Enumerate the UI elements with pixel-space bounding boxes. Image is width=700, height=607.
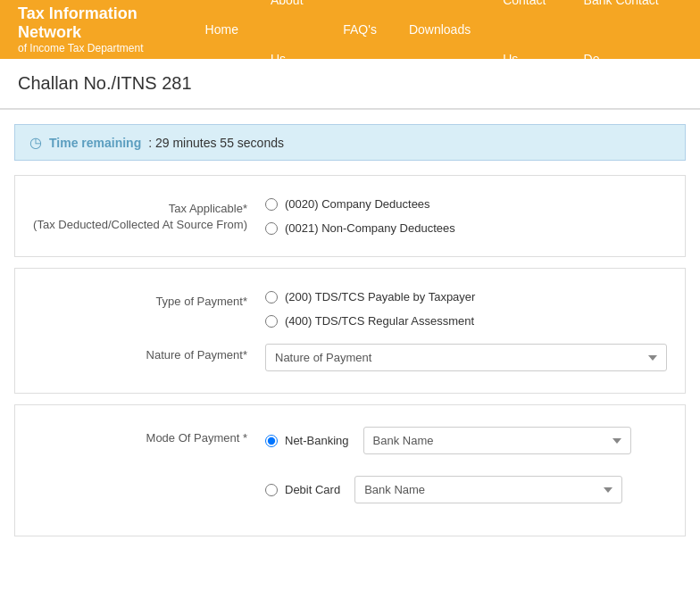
brand-subtitle: of Income Tax Department (18, 42, 189, 54)
net-banking-bank-select[interactable]: Bank Name (363, 427, 631, 454)
nature-of-payment-row: Nature of Payment* Nature of Payment (33, 344, 667, 371)
tax-applicable-row: Tax Applicable* (Tax Deducted/Collected … (33, 197, 667, 235)
type-of-payment-controls: (200) TDS/TCS Payable by Taxpayer (400) … (265, 290, 667, 328)
mode-of-payment-label: Mode Of Payment * (33, 427, 265, 446)
mode-of-payment-section: Mode Of Payment * Net-Banking Bank Name … (14, 404, 686, 536)
type-of-payment-row: Type of Payment* (200) TDS/TCS Payable b… (33, 290, 667, 328)
debit-card-option[interactable]: Debit Card (265, 483, 340, 496)
nav-about[interactable]: About Us (254, 0, 327, 88)
nav-downloads[interactable]: Downloads (393, 0, 487, 59)
header: Tax Information Network of Income Tax De… (0, 0, 700, 59)
net-banking-label[interactable]: Net-Banking (285, 434, 349, 447)
tax-applicable-section: Tax Applicable* (Tax Deducted/Collected … (14, 175, 686, 257)
mode-of-payment-controls: Net-Banking Bank Name Debit Card Bank Na… (265, 427, 667, 514)
net-banking-option[interactable]: Net-Banking (265, 434, 349, 447)
tax-option-0020-label[interactable]: (0020) Company Deductees (285, 197, 430, 211)
tax-option-0020[interactable]: (0020) Company Deductees (265, 197, 667, 211)
debit-card-bank-select[interactable]: Bank Name (354, 476, 622, 503)
nav-faqs[interactable]: FAQ's (327, 0, 393, 59)
tax-option-0021[interactable]: (0021) Non-Company Deductees (265, 221, 667, 235)
debit-card-row: Debit Card Bank Name (265, 476, 667, 503)
nature-of-payment-label: Nature of Payment* (33, 344, 265, 363)
timer-value: : 29 minutes 55 seconds (148, 136, 284, 150)
payment-type-200-label[interactable]: (200) TDS/TCS Payable by Taxpayer (285, 290, 475, 304)
type-of-payment-label: Type of Payment* (33, 290, 265, 310)
nature-of-payment-controls: Nature of Payment (265, 344, 667, 371)
brand-title: Tax Information Network (18, 4, 189, 42)
payment-type-section: Type of Payment* (200) TDS/TCS Payable b… (14, 268, 686, 394)
brand: Tax Information Network of Income Tax De… (18, 4, 189, 54)
debit-card-label[interactable]: Debit Card (285, 483, 340, 496)
nature-of-payment-select[interactable]: Nature of Payment (265, 344, 667, 371)
nav-home[interactable]: Home (189, 0, 254, 59)
payment-type-400-label[interactable]: (400) TDS/TCS Regular Assessment (285, 314, 474, 328)
tax-applicable-controls: (0020) Company Deductees (0021) Non-Comp… (265, 197, 667, 235)
timer-bar: ◷ Time remaining : 29 minutes 55 seconds (14, 124, 686, 161)
nav-bank-contact[interactable]: Bank Contact De... (568, 0, 682, 88)
timer-label: Time remaining (49, 136, 141, 150)
timer-icon: ◷ (29, 134, 42, 151)
nav-contact[interactable]: Contact Us (487, 0, 567, 88)
payment-type-400[interactable]: (400) TDS/TCS Regular Assessment (265, 314, 667, 328)
payment-type-200[interactable]: (200) TDS/TCS Payable by Taxpayer (265, 290, 667, 304)
main-nav: Home About Us FAQ's Downloads Contact Us… (189, 0, 682, 88)
mode-of-payment-row: Mode Of Payment * Net-Banking Bank Name … (33, 427, 667, 514)
tax-applicable-label: Tax Applicable* (Tax Deducted/Collected … (33, 197, 265, 233)
tax-option-0021-label[interactable]: (0021) Non-Company Deductees (285, 221, 455, 235)
net-banking-row: Net-Banking Bank Name (265, 427, 667, 454)
